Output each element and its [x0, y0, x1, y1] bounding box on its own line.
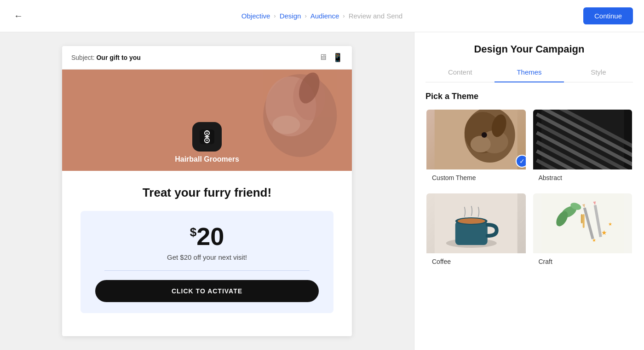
theme-name-custom: Custom Theme — [426, 169, 526, 186]
breadcrumb-audience[interactable]: Audience — [310, 12, 339, 20]
breadcrumb-sep-1: › — [274, 12, 276, 19]
coffee-theme-svg — [426, 193, 526, 253]
desktop-icon[interactable]: 🖥 — [319, 52, 327, 63]
svg-text:★: ★ — [601, 229, 607, 236]
pick-theme-label: Pick a Theme — [426, 92, 633, 101]
svg-point-14 — [471, 136, 491, 152]
tab-content[interactable]: Content — [426, 63, 494, 82]
device-icons: 🖥 📱 — [319, 52, 343, 63]
abstract-theme-svg — [533, 110, 632, 169]
theme-card-coffee[interactable]: Coffee — [426, 192, 527, 271]
continue-button[interactable]: Continue — [583, 7, 633, 24]
brand-logo — [192, 122, 222, 152]
breadcrumb: Objective › Design › Audience › Review a… — [242, 12, 402, 20]
subject-prefix: Subject: — [71, 54, 95, 61]
email-subject-bar: Subject: Our gift to you 🖥 📱 — [62, 46, 352, 70]
subject-text: Subject: Our gift to you — [71, 54, 141, 61]
preview-area: Subject: Our gift to you 🖥 📱 — [0, 32, 414, 350]
subject-value: Our gift to you — [96, 54, 140, 61]
theme-name-coffee: Coffee — [426, 253, 526, 270]
theme-card-abstract[interactable]: Abstract — [532, 109, 633, 187]
breadcrumb-sep-3: › — [343, 12, 345, 19]
mobile-icon[interactable]: 📱 — [333, 52, 343, 63]
svg-point-30 — [458, 218, 485, 224]
panel-title: Design Your Campaign — [414, 32, 644, 55]
theme-image-coffee — [426, 193, 526, 253]
breadcrumb-objective[interactable]: Objective — [242, 12, 270, 20]
theme-image-custom — [426, 110, 526, 169]
themes-grid: Custom Theme ✓ — [426, 109, 633, 271]
tab-themes[interactable]: Themes — [494, 63, 564, 82]
brand-name: Hairball Groomers — [175, 155, 239, 163]
theme-card-craft[interactable]: ★ ★ ★ Craft — [532, 192, 633, 271]
brand-logo-icon — [199, 128, 215, 145]
checkmark-badge: ✓ — [516, 155, 527, 168]
theme-card-custom[interactable]: Custom Theme ✓ — [426, 109, 527, 187]
theme-image-craft: ★ ★ ★ — [533, 193, 632, 253]
theme-name-craft: Craft — [533, 253, 632, 270]
svg-point-3 — [272, 116, 300, 134]
svg-rect-43 — [581, 214, 582, 223]
offer-divider — [104, 270, 310, 271]
cta-button[interactable]: CLICK TO ACTIVATE — [95, 280, 319, 302]
custom-theme-dog-svg — [426, 110, 526, 169]
email-preview: Subject: Our gift to you 🖥 📱 — [62, 46, 352, 336]
breadcrumb-design[interactable]: Design — [280, 12, 301, 20]
svg-point-15 — [482, 132, 487, 138]
breadcrumb-review[interactable]: Review and Send — [349, 12, 403, 20]
theme-name-abstract: Abstract — [533, 169, 632, 186]
email-headline: Treat your furry friend! — [80, 186, 334, 200]
offer-box: $20 Get $20 off your next visit! CLICK T… — [80, 211, 334, 313]
offer-subtext: Get $20 off your next visit! — [95, 253, 319, 261]
email-hero: Hairball Groomers — [62, 70, 352, 171]
main-layout: Subject: Our gift to you 🖥 📱 — [0, 32, 644, 350]
svg-text:★: ★ — [592, 238, 596, 243]
craft-theme-svg: ★ ★ ★ — [533, 193, 632, 253]
svg-rect-42 — [582, 214, 584, 228]
email-body: Treat your furry friend! $20 Get $20 off… — [62, 171, 352, 322]
theme-image-abstract — [533, 110, 632, 169]
top-bar: ← Objective › Design › Audience › Review… — [0, 0, 644, 32]
panel-content: Pick a Theme — [414, 82, 644, 350]
tab-style[interactable]: Style — [564, 63, 633, 82]
price-value: 20 — [196, 222, 224, 250]
breadcrumb-sep-2: › — [305, 12, 306, 19]
svg-text:★: ★ — [608, 222, 612, 227]
price-display: $20 — [95, 224, 319, 249]
panel-tabs: Content Themes Style — [426, 63, 633, 82]
price-symbol: $ — [190, 225, 196, 239]
right-panel: Design Your Campaign Content Themes Styl… — [414, 32, 644, 350]
back-button[interactable]: ← — [11, 8, 26, 24]
